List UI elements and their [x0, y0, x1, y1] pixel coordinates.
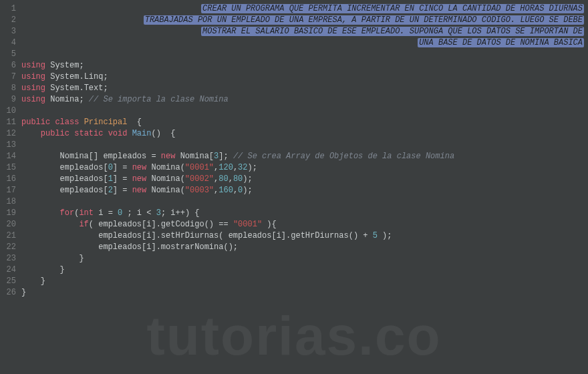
token-plain	[127, 129, 132, 138]
line-number: 14	[0, 151, 16, 162]
code-line: public class Principal {	[21, 117, 588, 128]
line-number: 20	[0, 219, 16, 230]
token-number: 3	[156, 208, 161, 218]
token-class-name: Principal	[84, 118, 128, 127]
token-plain: ] =	[113, 163, 132, 172]
line-number: 18	[0, 196, 16, 208]
line-number: 22	[0, 242, 16, 253]
code-line	[21, 140, 588, 151]
code-line: MOSTRAR EL SALARIO BASICO DE ESE EMPLEAD…	[21, 26, 588, 37]
token-keyword: public	[41, 129, 69, 138]
line-number: 26	[0, 287, 16, 299]
token-keyword: static	[74, 129, 103, 138]
code-line: empleados[i].setHrDiurnas( empleados[i].…	[21, 230, 588, 242]
token-method-name: Main	[132, 129, 152, 138]
token-plain: ; i <	[122, 208, 156, 218]
token-plain	[21, 220, 79, 229]
token-keyword: if	[79, 220, 88, 229]
code-line	[21, 49, 588, 60]
token-keyword: using	[21, 83, 45, 93]
token-number: 5	[373, 231, 378, 240]
token-plain: () {	[151, 129, 175, 138]
line-number: 11	[0, 117, 16, 128]
token-plain	[21, 208, 60, 218]
token-plain: }	[21, 288, 26, 297]
code-editor: 1234567891011121314151617181920212223242…	[0, 0, 588, 374]
token-number: 80	[218, 174, 228, 184]
token-plain: System.Text;	[45, 83, 108, 93]
line-number: 12	[0, 128, 16, 140]
code-line: using System.Text;	[21, 83, 588, 94]
token-plain: Nomina(	[146, 163, 185, 172]
token-string: "0001"	[185, 163, 214, 172]
line-number: 17	[0, 185, 16, 196]
code-line: empleados[i].mostrarNomina();	[21, 242, 588, 253]
line-number: 3	[0, 26, 16, 37]
line-number: 6	[0, 60, 16, 71]
token-plain: empleados[	[21, 186, 108, 195]
token-plain: empleados[	[21, 163, 108, 172]
token-plain: Nomina(	[146, 174, 185, 184]
line-number: 4	[0, 37, 16, 49]
token-plain: );	[243, 174, 252, 184]
token-number: 0	[108, 163, 113, 172]
code-area[interactable]: CREAR UN PROGRAMA QUE PERMITA INCREMENTA…	[21, 0, 588, 374]
token-number: 1	[108, 174, 113, 184]
token-plain	[21, 129, 41, 138]
code-line: using Nomina; // Se importa la clase Nom…	[21, 94, 588, 106]
code-line: Nomina[] empleados = new Nomina[3]; // S…	[21, 151, 588, 162]
token-plain: );	[243, 186, 252, 195]
line-number: 21	[0, 230, 16, 242]
token-string: "0003"	[185, 186, 214, 195]
code-line: UNA BASE DE DATOS DE NOMINA BASICA	[21, 37, 588, 49]
token-string: "0002"	[185, 174, 214, 184]
code-line: for(int i = 0 ; i < 3; i++) {	[21, 208, 588, 219]
code-line: CREAR UN PROGRAMA QUE PERMITA INCREMENTA…	[21, 3, 588, 15]
token-plain: ; i++) {	[161, 208, 200, 218]
token-plain: );	[248, 163, 257, 172]
line-number: 23	[0, 253, 16, 264]
line-number: 5	[0, 49, 16, 60]
token-keyword: new	[132, 174, 147, 184]
token-plain	[79, 118, 84, 127]
highlighted-comment: TRABAJADAS POR UN EMPLEADO DE UNA EMPRES…	[144, 15, 584, 25]
code-line	[21, 106, 588, 117]
token-keyword: public	[21, 118, 50, 127]
token-plain: ,	[233, 163, 238, 172]
code-line: using System;	[21, 60, 588, 71]
line-number: 24	[0, 264, 16, 276]
line-number: 19	[0, 208, 16, 219]
token-comment: // Se importa la clase Nomina	[89, 95, 229, 104]
line-number: 15	[0, 162, 16, 174]
line-number: 8	[0, 83, 16, 94]
token-number: 120	[218, 163, 233, 172]
token-keyword: new	[161, 152, 176, 161]
token-plain: Nomina;	[45, 95, 89, 104]
code-line: public static void Main() {	[21, 128, 588, 140]
line-number: 10	[0, 106, 16, 117]
code-line: empleados[2] = new Nomina("0003",160,0);	[21, 185, 588, 196]
token-string: "0001"	[233, 220, 262, 229]
code-line: }	[21, 264, 588, 276]
token-plain: );	[378, 231, 392, 240]
line-gutter: 1234567891011121314151617181920212223242…	[0, 0, 21, 374]
token-plain: }	[21, 254, 84, 263]
token-plain: ,	[233, 186, 238, 195]
line-number: 9	[0, 94, 16, 106]
token-keyword: class	[55, 118, 79, 127]
line-number: 1	[0, 3, 16, 15]
token-plain: ] =	[113, 186, 132, 195]
token-plain	[103, 129, 108, 138]
code-line: }	[21, 276, 588, 287]
code-line	[21, 196, 588, 208]
token-type: int	[79, 208, 94, 218]
line-number: 2	[0, 15, 16, 26]
token-plain: System.Linq;	[45, 72, 108, 81]
token-plain: {	[127, 118, 142, 127]
highlighted-comment: MOSTRAR EL SALARIO BASICO DE ESE EMPLEAD…	[201, 27, 584, 36]
line-number: 7	[0, 71, 16, 83]
token-plain: empleados[	[21, 174, 108, 184]
token-keyword: new	[132, 186, 147, 195]
token-comment: // Se crea Array de Objetos de la clase …	[233, 152, 454, 161]
token-number: 32	[238, 163, 247, 172]
